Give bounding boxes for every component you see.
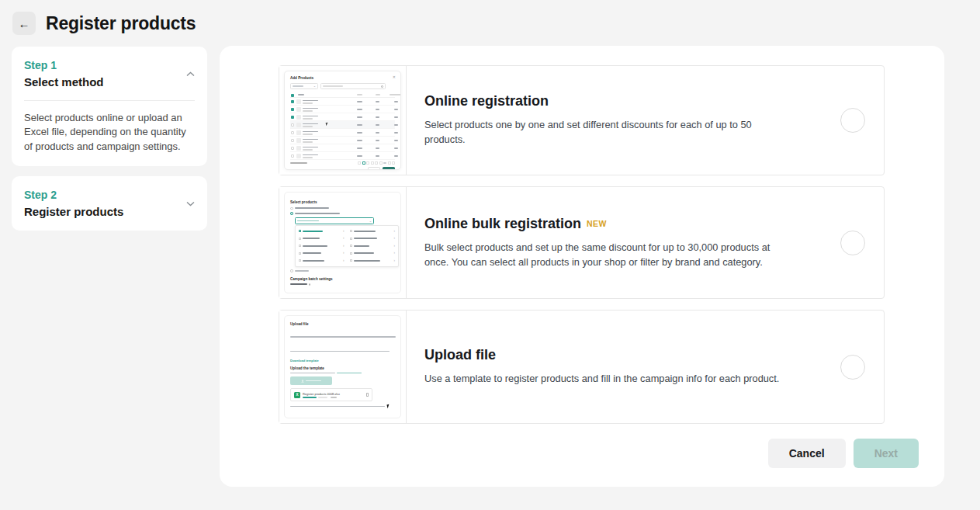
radio-option-row	[290, 269, 395, 274]
table-row	[290, 106, 395, 113]
campaign-batch-settings-title: Campaign batch settings	[290, 277, 395, 281]
agreement-line	[290, 373, 395, 374]
divider	[24, 100, 195, 101]
time-left-bar	[331, 397, 337, 397]
text-bar	[376, 101, 379, 102]
text-bar	[394, 147, 398, 149]
radio-unselected	[290, 207, 293, 210]
product-image	[296, 115, 301, 120]
pagination	[358, 161, 395, 165]
text-bar	[295, 270, 309, 272]
cancel-button[interactable]: Cancel	[768, 439, 846, 468]
text-bar	[376, 109, 379, 110]
text-bar	[303, 238, 320, 239]
chevron-right-icon: ›	[343, 259, 345, 263]
step-1-header[interactable]: Step 1 Select method	[24, 59, 195, 88]
text-bar	[357, 124, 362, 126]
search-icon	[381, 85, 383, 88]
page-title: Register products	[46, 13, 196, 34]
checkbox	[299, 230, 301, 232]
checkbox	[299, 245, 301, 247]
radio-online-registration[interactable]	[840, 108, 865, 133]
category-option: ›	[350, 257, 396, 265]
option-body: Upload file Use a template to register p…	[407, 311, 884, 423]
back-button[interactable]: ←	[12, 12, 36, 35]
page-box	[388, 161, 391, 165]
checkbox-checked	[291, 116, 294, 119]
option-description: Use a template to register products and …	[424, 372, 822, 387]
add-products-modal-preview: Add Products ✕ ⌄	[284, 71, 401, 170]
text-bar	[376, 94, 380, 95]
table-row	[290, 144, 395, 152]
checkbox	[350, 259, 352, 262]
upload-progress	[303, 397, 340, 398]
preview-pagination-row	[290, 161, 395, 165]
cursor-icon	[326, 123, 329, 127]
radio-unselected	[290, 269, 293, 272]
option-title-online-registration: Online registration	[424, 93, 822, 109]
next-button[interactable]: Next	[854, 439, 919, 468]
table-row	[290, 98, 395, 106]
upload-template-title: Upload the template	[290, 366, 395, 370]
product-image	[296, 99, 301, 104]
text-bar	[394, 109, 398, 110]
text-bar	[303, 149, 313, 151]
step-1-card: Step 1 Select method Select products onl…	[12, 47, 207, 166]
option-card-online-registration[interactable]: Add Products ✕ ⌄	[279, 65, 885, 175]
step-1-title: Select method	[24, 75, 104, 88]
mini-cancel-button	[368, 167, 380, 170]
text-bar	[357, 101, 362, 102]
method-options: Add Products ✕ ⌄	[279, 65, 885, 435]
option-title-text: Online bulk registration	[424, 216, 581, 231]
text-bar	[303, 134, 313, 135]
download-template-link: Download template	[290, 359, 395, 363]
chevron-down-icon: ⌄	[369, 220, 372, 223]
option-card-upload-file[interactable]: Upload file Download template Upload the…	[279, 310, 885, 424]
text-bar	[290, 283, 307, 285]
chevron-right-icon: ›	[394, 230, 396, 234]
text-bar	[376, 124, 379, 126]
chevron-down-icon: ⌄	[313, 85, 316, 88]
page-current	[362, 161, 365, 165]
radio-online-bulk-registration[interactable]	[840, 231, 865, 255]
checkbox-checked	[291, 100, 294, 103]
chevron-right-icon: ›	[394, 259, 396, 263]
file-name: Register products 0008.xlsx	[303, 392, 340, 396]
importing-note	[290, 404, 395, 408]
checkbox	[350, 252, 352, 255]
page-prev	[358, 161, 361, 165]
search-input	[320, 83, 386, 89]
delete-file-icon	[366, 393, 369, 397]
text-bar	[394, 116, 398, 118]
page-next	[392, 161, 395, 165]
text-bar	[386, 169, 392, 171]
checkbox	[350, 238, 352, 240]
text-bar	[306, 380, 321, 382]
uploaded-file-card: X Register products 0008.xlsx	[290, 388, 372, 401]
checkbox-unchecked	[291, 147, 294, 150]
step-2-header[interactable]: Step 2 Register products	[24, 189, 195, 218]
option-card-online-bulk-registration[interactable]: Select products ⌄ › › › › › › ›	[279, 186, 885, 299]
text-bar	[376, 116, 379, 118]
text-bar	[303, 154, 318, 156]
category-option: ›	[299, 227, 345, 235]
main-panel: Add Products ✕ ⌄	[220, 46, 944, 487]
text-bar	[293, 85, 303, 87]
text-bar	[357, 94, 362, 95]
page-box	[371, 161, 374, 165]
cursor-icon	[386, 404, 390, 409]
preview-title: Add Products	[290, 76, 395, 80]
chevron-down-icon[interactable]	[186, 201, 195, 206]
checkbox	[350, 230, 352, 232]
preview-actions	[290, 167, 395, 170]
text-bar	[357, 132, 362, 134]
text-bar	[303, 245, 327, 247]
text-bar	[357, 147, 362, 149]
mini-upload-button	[290, 376, 332, 385]
chevron-right-icon: ›	[343, 237, 345, 241]
category-option: ›	[350, 250, 396, 258]
chevron-up-icon[interactable]	[186, 71, 195, 77]
radio-upload-file[interactable]	[840, 355, 865, 380]
text-bar	[303, 131, 318, 133]
text-bar	[394, 124, 398, 126]
